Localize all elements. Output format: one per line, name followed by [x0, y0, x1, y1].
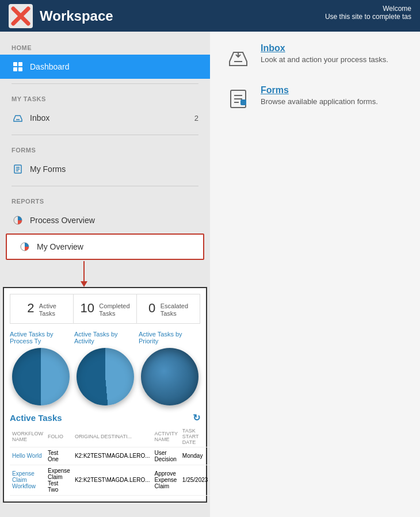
tasks-table-head: WORKFLOW NAME FOLIO ORIGINAL DESTINATI..… — [10, 426, 217, 447]
inbox-badge: 2 — [194, 114, 198, 122]
sidebar-label-dashboard: Dashboard — [30, 62, 70, 71]
sidebar-item-dashboard[interactable]: Dashboard — [0, 55, 210, 79]
col-start-date: TASK START DATE — [180, 426, 211, 447]
cell-activity: User Decision — [152, 447, 180, 465]
stat-active-tasks: 2 Active Tasks — [10, 294, 74, 323]
right-panel: Inbox Look at and action your process ta… — [210, 32, 420, 517]
chart-title-activity: Active Tasks by Activity — [74, 331, 136, 344]
cell-original: K2:K2TEST\MAGDA.LERO... — [72, 465, 152, 495]
pie-chart-activity — [77, 348, 134, 405]
active-tasks-header: Active Tasks ↻ — [10, 412, 200, 423]
section-label-reports: REPORTS — [0, 191, 210, 208]
col-workflow: WORKFLOW NAME — [10, 426, 45, 447]
table-row[interactable]: Hello World Test One K2:K2TEST\MAGDA.LER… — [10, 447, 217, 465]
escalated-tasks-label: Escalated Tasks — [161, 302, 188, 317]
svg-rect-5 — [13, 67, 17, 71]
nav-divider-2 — [12, 135, 198, 135]
escalated-tasks-number: 0 — [148, 300, 155, 317]
completed-tasks-label: Completed Tasks — [99, 302, 129, 317]
col-folio: FOLIO — [45, 426, 72, 447]
my-overview-panel: 2 Active Tasks 10 Completed Tasks 0 — [3, 287, 207, 503]
sidebar-label-inbox: Inbox — [30, 113, 49, 122]
active-tasks-number: 2 — [27, 300, 34, 317]
app-title: Workspace — [40, 8, 113, 24]
inbox-content: Inbox Look at and action your process ta… — [261, 43, 388, 64]
forms-title[interactable]: Forms — [261, 85, 378, 95]
sidebar-item-inbox[interactable]: Inbox 2 — [0, 106, 210, 130]
stat-escalated-tasks: 0 Escalated Tasks — [137, 294, 200, 323]
forms-content: Forms Browse available application forms… — [261, 85, 378, 106]
forms-nav-icon — [12, 163, 24, 175]
forms-large-icon — [224, 85, 252, 113]
svg-rect-18 — [241, 100, 246, 105]
charts-row: Active Tasks by Process Ty Active Tasks … — [10, 331, 200, 405]
sidebar-item-my-overview[interactable]: My Overview — [6, 233, 204, 260]
active-tasks-heading: Active Tasks — [10, 413, 62, 423]
stats-row: 2 Active Tasks 10 Completed Tasks 0 — [10, 294, 200, 324]
cell-original: K2:K2TEST\MAGDA.LERO... — [72, 447, 152, 465]
chart-priority: Active Tasks by Priority — [139, 331, 200, 405]
cell-workflow: Expense Claim Workflow — [10, 465, 45, 495]
tasks-table-body: Hello World Test One K2:K2TEST\MAGDA.LER… — [10, 447, 217, 495]
col-original: ORIGINAL DESTINATI... — [72, 426, 152, 447]
workflow-link[interactable]: Hello World — [12, 453, 42, 459]
sidebar-label-process-overview: Process Overview — [30, 216, 95, 225]
my-overview-icon — [18, 240, 31, 253]
table-header-row: WORKFLOW NAME FOLIO ORIGINAL DESTINATI..… — [10, 426, 217, 447]
pie-chart-priority — [141, 348, 198, 405]
cell-folio: Expense Claim Test Two — [45, 465, 72, 495]
svg-rect-6 — [18, 67, 22, 71]
right-item-forms[interactable]: Forms Browse available application forms… — [224, 85, 406, 113]
section-label-forms: FORMS — [0, 140, 210, 157]
inbox-description: Look at and action your process tasks. — [261, 55, 388, 64]
sidebar-label-my-overview: My Overview — [37, 242, 83, 251]
refresh-icon[interactable]: ↻ — [193, 412, 200, 423]
cell-activity: Approve Expense Claim — [152, 465, 180, 495]
cell-workflow: Hello World — [10, 447, 45, 465]
header: Workspace Welcome Use this site to compl… — [0, 0, 420, 32]
sidebar-label-myforms: My Forms — [30, 164, 66, 174]
active-tasks-section: Active Tasks ↻ WORKFLOW NAME FOLIO ORIGI… — [10, 412, 200, 496]
inbox-title[interactable]: Inbox — [261, 43, 388, 53]
section-label-mytasks: MY TASKS — [0, 89, 210, 106]
chart-activity: Active Tasks by Activity — [74, 331, 136, 405]
nav-divider-1 — [12, 83, 198, 84]
chart-process-type: Active Tasks by Process Ty — [10, 331, 71, 405]
stat-completed-tasks: 10 Completed Tasks — [74, 294, 137, 323]
svg-rect-4 — [18, 62, 22, 66]
cell-folio: Test One — [45, 447, 72, 465]
section-label-home: HOME — [0, 37, 210, 55]
completed-tasks-number: 10 — [80, 300, 94, 317]
inbox-large-icon — [224, 43, 252, 71]
pie-chart-process — [12, 348, 70, 405]
process-overview-icon — [12, 214, 24, 227]
right-item-inbox[interactable]: Inbox Look at and action your process ta… — [224, 43, 406, 71]
sidebar: HOME Dashboard MY TASKS Inb — [0, 32, 210, 517]
workflow-link[interactable]: Expense Claim Workflow — [12, 470, 36, 489]
cell-start-date: 1/25/2023 — [180, 465, 211, 495]
inbox-nav-icon — [12, 112, 24, 124]
tasks-table: WORKFLOW NAME FOLIO ORIGINAL DESTINATI..… — [10, 426, 217, 496]
active-tasks-label: Active Tasks — [39, 302, 56, 317]
col-activity: ACTIVITY NAME — [152, 426, 180, 447]
chart-title-process: Active Tasks by Process Ty — [10, 331, 71, 344]
cell-start-date: Monday — [180, 447, 211, 465]
chart-title-priority: Active Tasks by Priority — [139, 331, 200, 344]
sidebar-item-process-overview[interactable]: Process Overview — [0, 208, 210, 232]
header-welcome: Welcome Use this site to complete tas — [325, 5, 411, 21]
table-row[interactable]: Expense Claim Workflow Expense Claim Tes… — [10, 465, 217, 495]
main-layout: HOME Dashboard MY TASKS Inb — [0, 32, 420, 517]
svg-rect-3 — [13, 62, 17, 66]
arrow-container — [0, 261, 210, 287]
sidebar-item-myforms[interactable]: My Forms — [0, 157, 210, 181]
forms-description: Browse available application forms. — [261, 97, 378, 106]
nav-divider-3 — [12, 186, 198, 186]
dashboard-icon — [12, 60, 24, 73]
logo-icon — [9, 4, 33, 28]
